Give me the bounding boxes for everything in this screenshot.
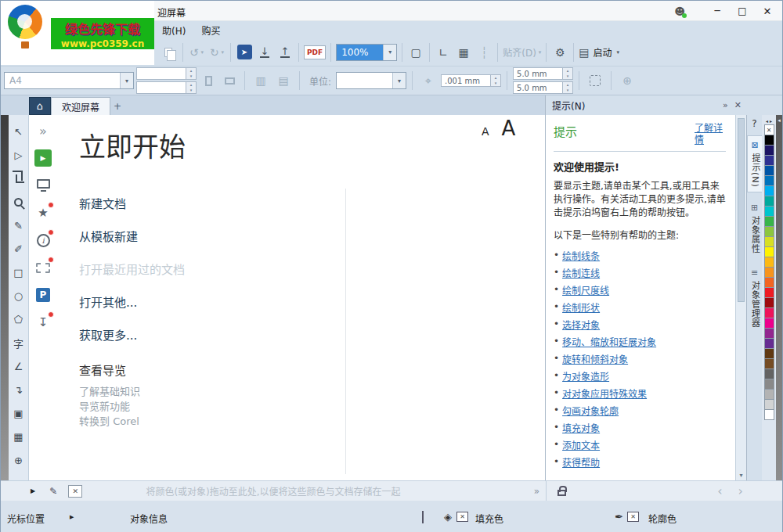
swatch-00a99d[interactable] bbox=[764, 196, 774, 207]
swatch-636363[interactable] bbox=[764, 368, 774, 379]
swatch-none[interactable]: ✕ bbox=[764, 124, 774, 135]
width-spinner[interactable]: ▴▾ bbox=[186, 67, 197, 80]
height-spinner[interactable]: ▴▾ bbox=[186, 81, 197, 94]
undo-button[interactable]: ↺▾ bbox=[186, 41, 207, 63]
scrollbar-thumb[interactable] bbox=[738, 118, 745, 302]
welcome-nav-need-help[interactable]: i bbox=[34, 231, 52, 250]
transparency-tool[interactable]: ▦ bbox=[9, 425, 28, 448]
swatch-898989[interactable] bbox=[764, 379, 774, 390]
units-combo[interactable]: ▾ bbox=[336, 72, 406, 89]
fullscreen-preview-button[interactable]: ▢ bbox=[406, 41, 426, 63]
scroll-down-icon[interactable]: ▾ bbox=[736, 472, 746, 479]
swatch-d1d3d4[interactable] bbox=[764, 399, 774, 410]
artistic-media-tool[interactable]: ✐ bbox=[9, 237, 28, 261]
duplicate-y-field[interactable]: 5.0 mm▴▾ bbox=[513, 81, 573, 94]
start-link-5[interactable]: 获取更多... bbox=[79, 318, 545, 350]
docker-close-icon[interactable]: ✕ bbox=[734, 100, 742, 110]
more-tools-tool[interactable]: ⊕ bbox=[9, 448, 28, 472]
show-rulers-button[interactable]: ∟ bbox=[433, 41, 453, 63]
portrait-button[interactable] bbox=[199, 70, 218, 91]
lock-icon[interactable] bbox=[557, 490, 566, 496]
text-tool[interactable]: 字 bbox=[9, 331, 28, 354]
swatch-ed1c24[interactable] bbox=[764, 287, 774, 298]
hint-topic-link[interactable]: 勾画对象轮廓 bbox=[562, 404, 619, 417]
learn-more-link[interactable]: 了解详情 bbox=[695, 123, 726, 146]
crop-tool[interactable] bbox=[9, 167, 28, 190]
swatch-603913[interactable] bbox=[764, 348, 774, 359]
account-icon[interactable]: ☻ bbox=[669, 2, 690, 20]
hint-topic-link[interactable]: 绘制形状 bbox=[562, 300, 600, 314]
swatch-39b54a[interactable] bbox=[764, 216, 774, 227]
welcome-nav-get-started[interactable]: ▶ bbox=[34, 149, 52, 167]
swatch-00aeef[interactable] bbox=[764, 185, 774, 196]
doc-palette-expand-icon[interactable]: » bbox=[534, 486, 539, 497]
docker-tab-object-manager[interactable]: ≡对象管理器 bbox=[747, 264, 762, 332]
show-grid-button[interactable]: ▦ bbox=[453, 41, 474, 63]
current-page-button[interactable]: ▤ bbox=[273, 70, 294, 92]
close-button[interactable]: ✕ bbox=[756, 2, 779, 20]
swatch-8dc63f[interactable] bbox=[764, 226, 774, 237]
swatch-9e0b0f[interactable] bbox=[764, 297, 774, 308]
hint-topic-link[interactable]: 为对象造形 bbox=[562, 369, 609, 383]
menu-buy[interactable]: 购买 bbox=[193, 21, 228, 38]
text-size-small-button[interactable]: A bbox=[482, 125, 489, 138]
start-link-4[interactable]: 打开其他... bbox=[79, 285, 545, 318]
ellipse-tool[interactable]: ○ bbox=[9, 284, 28, 307]
doc-palette-none-swatch[interactable]: ✕ bbox=[68, 485, 82, 498]
zoom-tool[interactable] bbox=[9, 190, 28, 214]
units-dropdown-icon[interactable]: ▾ bbox=[392, 73, 406, 88]
preset-dropdown-icon[interactable]: ▾ bbox=[120, 73, 133, 88]
page-height-field[interactable]: ▴▾ bbox=[136, 81, 197, 94]
swatch-2e3192[interactable] bbox=[764, 155, 774, 166]
swatch-fdb913[interactable] bbox=[764, 257, 774, 268]
welcome-nav-whats-new[interactable]: ★ bbox=[34, 203, 52, 222]
hint-topic-link[interactable]: 填充对象 bbox=[562, 421, 600, 434]
rectangle-tool[interactable]: □ bbox=[9, 261, 28, 284]
parallel-dimension-tool[interactable]: ∠ bbox=[9, 354, 28, 378]
hint-topic-link[interactable]: 旋转和倾斜对象 bbox=[562, 352, 628, 365]
show-guidelines-button[interactable]: ┆ bbox=[474, 41, 494, 63]
hint-topic-link[interactable]: 绘制连线 bbox=[562, 266, 600, 279]
menu-help[interactable]: 助(H) bbox=[154, 21, 193, 38]
swatch-000000[interactable] bbox=[764, 135, 774, 146]
swatch-fff200[interactable] bbox=[764, 246, 774, 257]
swatch-0072bc[interactable] bbox=[764, 175, 774, 186]
new-tab-button[interactable]: + bbox=[110, 97, 124, 115]
swatch-92278f[interactable] bbox=[764, 328, 774, 339]
application-launcher-button[interactable]: ➤ bbox=[234, 41, 254, 63]
polygon-tool[interactable]: ⬠ bbox=[9, 307, 28, 331]
import-button[interactable]: ↓ bbox=[254, 41, 275, 63]
tour-link-1[interactable]: 了解基础知识 bbox=[79, 384, 545, 399]
treat-as-filled-button[interactable] bbox=[585, 70, 605, 92]
redo-button[interactable]: ↻▾ bbox=[207, 41, 227, 63]
connector-tool[interactable]: ↴ bbox=[9, 378, 28, 401]
dup-y-spinner[interactable]: ▴▾ bbox=[563, 81, 573, 94]
customize-add-button[interactable]: ⊕ bbox=[617, 70, 637, 92]
text-size-large-button[interactable]: A bbox=[502, 117, 516, 140]
hint-topic-link[interactable]: 绘制尺度线 bbox=[562, 283, 609, 297]
eyedropper-icon[interactable]: ✎ bbox=[49, 486, 57, 497]
swatch-ffffff[interactable] bbox=[764, 409, 774, 420]
all-pages-button[interactable]: ▥ bbox=[251, 70, 271, 92]
welcome-nav-membership[interactable]: P bbox=[34, 286, 52, 304]
swatch-ed145b[interactable] bbox=[764, 307, 774, 318]
export-button[interactable]: ↑ bbox=[275, 41, 295, 63]
paste-button[interactable] bbox=[159, 41, 179, 63]
docker-tab-hints[interactable]: ⊠提示(N) bbox=[747, 135, 762, 192]
dup-x-spinner[interactable]: ▴▾ bbox=[563, 67, 573, 80]
minimize-button[interactable]: ─ bbox=[705, 2, 729, 20]
hint-topic-link[interactable]: 获得帮助 bbox=[562, 455, 600, 469]
palette-right-icon[interactable]: ▸ bbox=[770, 118, 772, 124]
launch-button[interactable]: ▤启动▾ bbox=[577, 41, 621, 63]
options-button[interactable]: ⚙ bbox=[550, 41, 570, 63]
next-arrow-icon[interactable]: › bbox=[738, 483, 743, 498]
docker-scrollbar[interactable]: ▾ bbox=[735, 115, 746, 480]
swatch-d7df23[interactable] bbox=[764, 236, 774, 247]
edge-arrow-icon[interactable]: ◂ bbox=[778, 117, 781, 480]
landscape-button[interactable] bbox=[220, 70, 239, 91]
page-width-field[interactable]: ▴▾ bbox=[136, 67, 197, 80]
freehand-tool[interactable]: ✎ bbox=[9, 214, 28, 237]
swatch-00c5cd[interactable] bbox=[764, 206, 774, 217]
prev-arrow-icon[interactable]: ‹ bbox=[717, 483, 722, 498]
duplicate-x-field[interactable]: 5.0 mm▴▾ bbox=[513, 67, 573, 80]
